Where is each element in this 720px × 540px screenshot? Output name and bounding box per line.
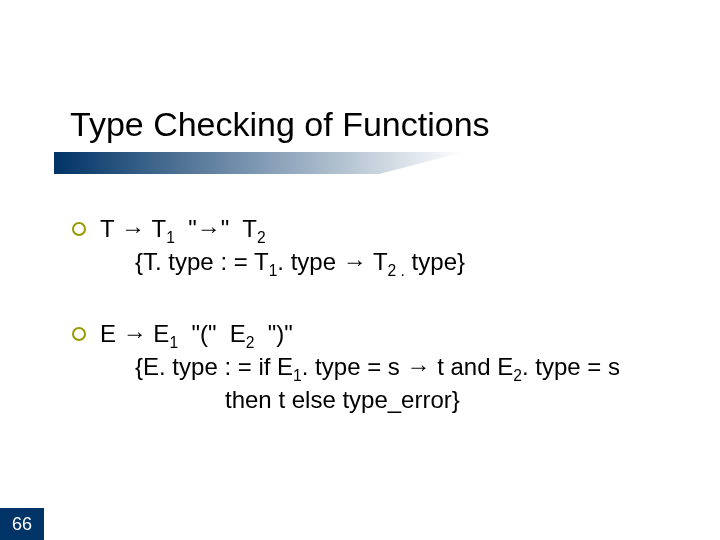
- bullet-icon: [72, 222, 86, 236]
- rule-e-semantic-line2: then t else type_error}: [225, 386, 680, 414]
- rule-e-production: E → E1 "(" E2 ")": [100, 320, 680, 348]
- slide-title: Type Checking of Functions: [70, 105, 490, 144]
- rule-e-semantic-line1: {E. type : = if E1. type = s → t and E2.…: [135, 353, 680, 381]
- rule-t-production: T → T1 "→" T2: [100, 215, 680, 243]
- slide: Type Checking of Functions T → T1 "→" T2…: [0, 0, 720, 540]
- title-underline: [54, 150, 464, 180]
- rule-t-semantic: {T. type : = T1. type → T2 . type}: [135, 248, 680, 276]
- bullet-icon: [72, 327, 86, 341]
- page-number: 66: [0, 508, 44, 540]
